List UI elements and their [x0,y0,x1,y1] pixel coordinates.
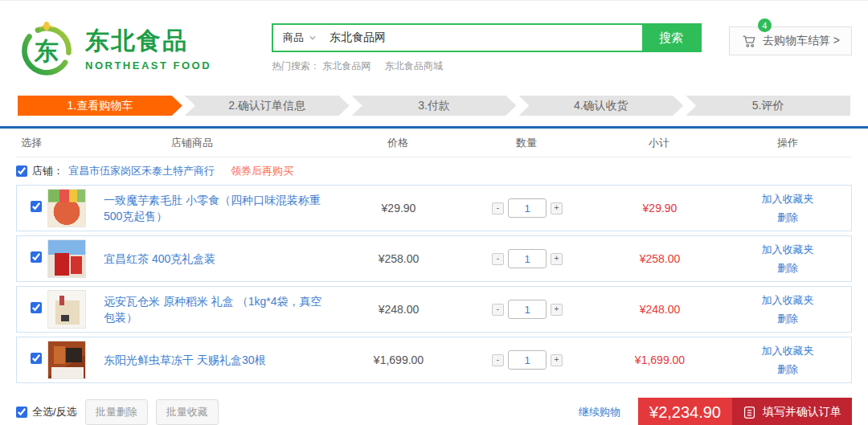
product-image[interactable] [47,189,86,227]
qty-increase-button[interactable]: + [551,202,563,215]
get-coupon-link[interactable]: 领券后再购买 [231,164,293,178]
qty-decrease-button[interactable]: - [492,354,504,366]
item-price: ¥248.00 [338,303,459,316]
qty-decrease-button[interactable]: - [492,202,504,215]
cart-count-badge: 4 [758,18,772,32]
product-title-link[interactable]: 远安瓦仓米 原种稻米 礼盒 （1kg*4袋，真空包装） [104,293,327,326]
search-area: 商品 搜索 热门搜索： 东北食品网 东北食品商城 [272,10,702,86]
search-category-dropdown[interactable]: 商品 [273,25,325,51]
header-actions: 操作 [723,136,852,150]
item-subtotal: ¥258.00 [596,252,724,265]
brand-logo[interactable]: 东 东北食品 NORTHEAST FOOD [16,10,231,86]
select-all-control: 全选/反选 [16,405,77,419]
continue-shopping-link[interactable]: 继续购物 [579,405,620,419]
product-image[interactable] [47,290,86,329]
step-view-cart: 1.查看购物车 [18,96,182,116]
item-checkbox[interactable] [31,302,42,313]
qty-input[interactable] [508,249,547,268]
qty-increase-button[interactable]: + [551,354,563,366]
qty-increase-button[interactable]: + [551,253,563,265]
checkout-steps: 1.查看购物车 2.确认订单信息 3.付款 4.确认收货 5.评价 [18,96,850,116]
select-all-label: 全选/反选 [32,405,77,419]
header-quantity: 数量 [458,136,595,150]
cart-page: 东 东北食品 NORTHEAST FOOD 商品 搜索 热门搜索： 东北食品网 … [0,0,868,425]
brand-logo-icon: 东 [16,18,77,79]
product-title-link[interactable]: 东阳光鲜虫草冻干 天赐礼盒30根 [104,352,327,368]
chevron-down-icon [309,34,317,42]
brand-logo-text: 东北食品 NORTHEAST FOOD [85,25,211,72]
checkout-area: 继续购物 ¥2,234.90 填写并确认订单 [579,398,852,425]
cart-item-row: 宜昌红茶 400克礼盒装 ¥258.00 - + ¥258.00 加入收藏夹 删… [16,235,852,282]
checkout-bar: ¥2,234.90 填写并确认订单 [638,398,852,425]
cart-icon [741,33,757,49]
brand-name-en: NORTHEAST FOOD [85,59,211,72]
header-subtotal: 小计 [595,136,723,150]
header-price: 价格 [338,136,458,150]
batch-delete-button[interactable]: 批量删除 [85,399,148,425]
search-category-label: 商品 [283,31,304,45]
delete-item-link[interactable]: 删除 [777,261,798,276]
hot-search-label: 热门搜索： [272,60,320,72]
item-subtotal: ¥248.00 [596,303,724,316]
cart-table-header: 选择 店铺商品 价格 数量 小计 操作 [16,129,852,157]
delete-item-link[interactable]: 删除 [777,210,798,225]
item-price: ¥29.90 [338,202,459,215]
item-subtotal: ¥1,699.00 [596,353,724,366]
order-form-icon [743,406,756,419]
qty-input[interactable] [508,350,547,370]
delete-item-link[interactable]: 删除 [777,312,798,326]
hot-search-term[interactable]: 东北食品商城 [385,60,443,72]
qty-decrease-button[interactable]: - [492,304,504,316]
cart-item-row: 远安瓦仓米 原种稻米 礼盒 （1kg*4袋，真空包装） ¥248.00 - + … [16,286,852,333]
item-checkbox[interactable] [31,251,42,263]
product-title-link[interactable]: 一致魔芋素毛肚 小零食（四种口味混装称重500克起售） [104,192,327,225]
confirm-order-label: 填写并确认订单 [763,405,841,419]
step-review: 5.评价 [686,96,850,116]
product-image[interactable] [47,341,86,379]
store-checkbox[interactable] [16,166,27,177]
add-to-favorites-link[interactable]: 加入收藏夹 [762,243,814,257]
add-to-favorites-link[interactable]: 加入收藏夹 [762,344,814,358]
batch-favorite-button[interactable]: 批量收藏 [156,399,219,425]
add-to-favorites-link[interactable]: 加入收藏夹 [762,293,814,308]
product-image[interactable] [47,239,86,278]
add-to-favorites-link[interactable]: 加入收藏夹 [762,192,814,206]
hot-search-row: 热门搜索： 东北食品网 东北食品商城 [272,59,702,73]
step-confirm-receipt: 4.确认收货 [518,96,683,116]
item-checkbox[interactable] [31,201,42,212]
select-all-checkbox[interactable] [16,407,27,418]
qty-increase-button[interactable]: + [551,304,563,316]
store-name-link[interactable]: 宜昌市伍家岗区禾泰土特产商行 [68,164,215,178]
cart-button-wrap: 4 去购物车结算 > [729,10,852,86]
cart-footer: 全选/反选 批量删除 批量收藏 继续购物 ¥2,234.90 填写并确认订单 [16,398,852,425]
cart-total: ¥2,234.90 [638,398,732,425]
qty-input[interactable] [508,198,547,218]
item-price: ¥1,699.00 [338,353,459,366]
item-subtotal: ¥29.90 [596,202,724,215]
item-checkbox[interactable] [31,353,42,364]
store-row: 店铺： 宜昌市伍家岗区禾泰土特产商行 领券后再购买 [16,157,852,185]
hot-search-term[interactable]: 东北食品网 [322,60,371,72]
site-header: 东 东北食品 NORTHEAST FOOD 商品 搜索 热门搜索： 东北食品网 … [0,1,868,86]
header-product: 店铺商品 [47,136,338,150]
store-label: 店铺： [32,164,63,178]
qty-input[interactable] [508,300,547,319]
item-price: ¥258.00 [338,252,459,265]
confirm-order-button[interactable]: 填写并确认订单 [732,398,852,425]
qty-decrease-button[interactable]: - [492,253,504,265]
go-to-cart-label: 去购物车结算 > [763,34,840,48]
search-bar: 商品 搜索 [272,23,702,52]
delete-item-link[interactable]: 删除 [777,362,798,377]
cart-item-row: 东阳光鲜虫草冻干 天赐礼盒30根 ¥1,699.00 - + ¥1,699.00… [16,337,852,383]
step-payment: 3.付款 [352,96,517,116]
search-button[interactable]: 搜索 [642,25,700,51]
step-confirm-order: 2.确认订单信息 [185,96,350,116]
svg-text:东: 东 [34,37,59,64]
product-title-link[interactable]: 宜昌红茶 400克礼盒装 [104,251,327,267]
header-select: 选择 [16,136,47,150]
search-input[interactable] [325,25,642,51]
brand-name-cn: 东北食品 [85,25,211,58]
cart-item-row: 一致魔芋素毛肚 小零食（四种口味混装称重500克起售） ¥29.90 - + ¥… [16,185,852,231]
go-to-cart-button[interactable]: 去购物车结算 > [729,27,852,55]
